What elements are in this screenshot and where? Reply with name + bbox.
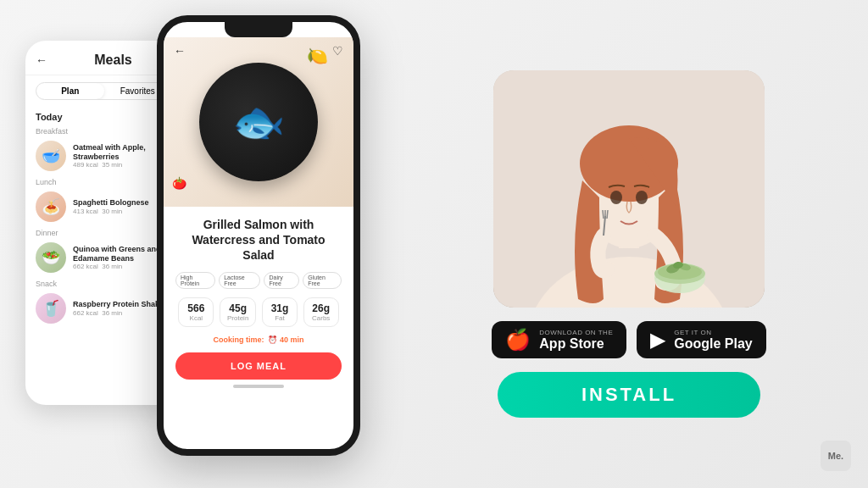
quinoa-thumb: 🥗	[36, 242, 66, 273]
google-play-name: Google Play	[674, 336, 752, 352]
carbs-value: 26g	[311, 302, 331, 314]
food-title: Grilled Salmon with Watercress and Tomat…	[175, 217, 342, 263]
food-back-icon[interactable]: ←	[174, 44, 186, 58]
store-buttons: 🍎 Download on the App Store ▶ GET IT ON …	[492, 321, 765, 358]
tomato-decoration: 🍅	[172, 176, 186, 190]
kcal-label: Kcal	[186, 314, 206, 322]
person-placeholder	[493, 70, 765, 308]
main-container: ← Meals Plan Favorites Today Breakfast 🥣…	[0, 0, 868, 488]
oatmeal-thumb: 🥣	[36, 141, 66, 171]
app-store-sub: Download on the	[539, 329, 613, 336]
google-play-sub: GET IT ON	[674, 329, 752, 336]
cooking-time: Cooking time: ⏰ 40 min	[175, 336, 342, 344]
fat-label: Fat	[270, 314, 290, 322]
right-section: 🍎 Download on the App Store ▶ GET IT ON …	[415, 70, 843, 418]
install-button[interactable]: INSTALL	[498, 372, 760, 418]
phone-notch	[225, 22, 292, 37]
svg-point-5	[610, 191, 622, 204]
food-plate-emoji: 🐟	[232, 97, 285, 147]
food-plate: 🐟	[199, 63, 318, 181]
person-image-container	[493, 70, 765, 308]
plan-fav-tabs: Plan Favorites	[36, 82, 172, 100]
person-illustration	[493, 70, 765, 308]
food-detail: Grilled Salmon with Watercress and Tomat…	[164, 207, 353, 403]
back-arrow-icon[interactable]: ←	[36, 53, 47, 67]
foreground-phone: ← ♡ 🍋 🍅 🐟 Grilled Salmon with Watercress…	[157, 15, 360, 456]
tag-gluten-free: Gluten Free	[303, 272, 342, 289]
food-heart-icon[interactable]: ♡	[332, 44, 343, 58]
protein-item: 45g Protein	[220, 297, 256, 327]
me-badge: Me.	[821, 441, 851, 471]
shake-thumb: 🥤	[36, 293, 66, 324]
tag-dairy-free: Dairy Free	[264, 272, 299, 289]
meals-title: Meals	[54, 53, 172, 68]
kcal-value: 566	[186, 302, 206, 314]
google-play-button[interactable]: ▶ GET IT ON Google Play	[637, 321, 765, 358]
tag-lactose-free: Lactose Free	[219, 272, 260, 289]
svg-line-10	[607, 210, 608, 219]
protein-value: 45g	[227, 302, 248, 314]
phones-section: ← Meals Plan Favorites Today Breakfast 🥣…	[25, 15, 415, 473]
plan-tab[interactable]: Plan	[36, 83, 104, 99]
nutrition-row: 566 Kcal 45g Protein 31g Fat 26g	[175, 297, 342, 327]
google-play-icon: ▶	[650, 328, 665, 352]
log-meal-button[interactable]: LOG MEAL	[175, 352, 342, 380]
food-image-area: ← ♡ 🍋 🍅 🐟	[164, 37, 353, 207]
kcal-item: 566 Kcal	[178, 297, 214, 327]
fat-item: 31g Fat	[262, 297, 298, 327]
tag-high-protein: High Protein	[175, 272, 215, 289]
lime-decoration: 🍋	[307, 46, 328, 66]
carbs-label: Carbs	[311, 314, 331, 322]
carbs-item: 26g Carbs	[303, 297, 339, 327]
google-play-text: GET IT ON Google Play	[674, 329, 752, 352]
svg-line-8	[603, 210, 604, 219]
phone-content: ← ♡ 🍋 🍅 🐟 Grilled Salmon with Watercress…	[164, 37, 353, 449]
app-store-button[interactable]: 🍎 Download on the App Store	[492, 321, 626, 358]
apple-icon: 🍎	[505, 328, 531, 352]
home-bar	[233, 385, 284, 388]
fat-value: 31g	[270, 302, 290, 314]
spaghetti-thumb: 🍝	[36, 191, 66, 222]
svg-point-6	[636, 191, 648, 204]
protein-label: Protein	[227, 314, 248, 322]
food-tags-row: High Protein Lactose Free Dairy Free Glu…	[175, 272, 342, 289]
app-store-text: Download on the App Store	[539, 329, 613, 352]
app-store-name: App Store	[539, 336, 613, 352]
